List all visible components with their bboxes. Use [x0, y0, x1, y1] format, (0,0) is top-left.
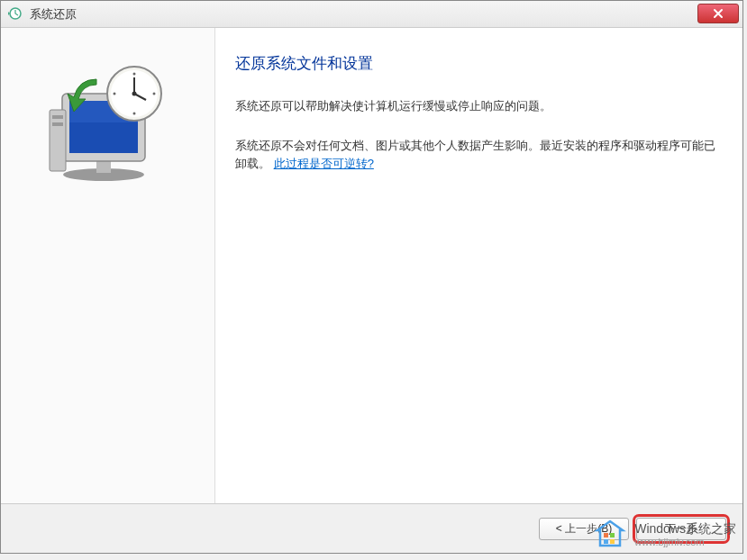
system-restore-window: 系统还原 — [0, 0, 743, 554]
svg-rect-17 — [52, 122, 63, 126]
svg-point-12 — [133, 113, 136, 115]
close-button[interactable] — [697, 4, 739, 23]
wizard-footer: < 上一步(B) 下一步 — [1, 503, 742, 553]
back-button[interactable]: < 上一步(B) — [539, 518, 629, 540]
svg-rect-15 — [50, 110, 66, 171]
title-bar: 系统还原 — [1, 1, 742, 28]
svg-point-11 — [133, 73, 136, 76]
wizard-main: 还原系统文件和设置 系统还原可以帮助解决使计算机运行缓慢或停止响应的问题。 系统… — [215, 28, 742, 503]
window-title: 系统还原 — [30, 6, 77, 23]
wizard-sidebar — [1, 28, 215, 503]
svg-point-13 — [114, 93, 116, 95]
next-button[interactable]: 下一步 — [636, 518, 726, 540]
description-paragraph-1: 系统还原可以帮助解决使计算机运行缓慢或停止响应的问题。 — [235, 97, 715, 115]
reversible-link[interactable]: 此过程是否可逆转? — [274, 157, 374, 170]
svg-point-10 — [132, 92, 137, 96]
system-restore-icon — [6, 6, 23, 23]
svg-point-14 — [153, 93, 156, 95]
content-area: 还原系统文件和设置 系统还原可以帮助解决使计算机运行缓慢或停止响应的问题。 系统… — [1, 28, 742, 503]
svg-rect-16 — [52, 115, 63, 119]
page-heading: 还原系统文件和设置 — [235, 53, 715, 74]
close-icon — [713, 8, 724, 19]
description-paragraph-2: 系统还原不会对任何文档、图片或其他个人数据产生影响。最近安装的程序和驱动程序可能… — [235, 137, 715, 173]
system-restore-graphic — [42, 59, 173, 190]
